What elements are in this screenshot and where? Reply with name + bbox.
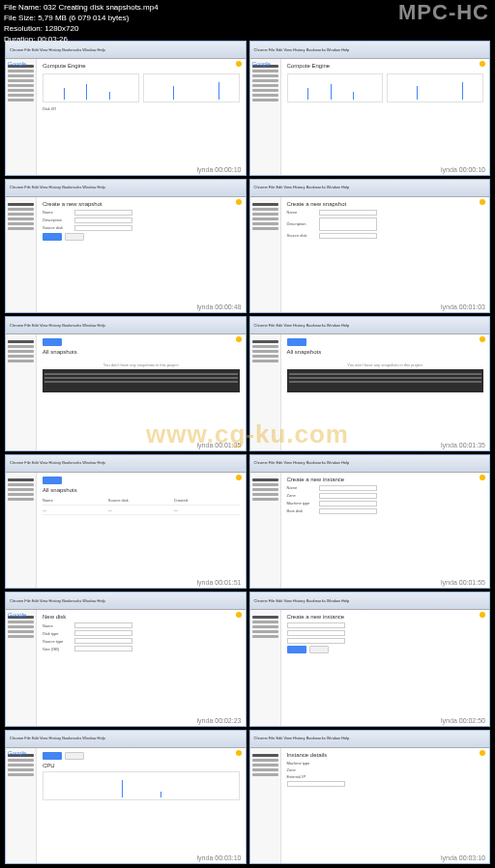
browser-chrome: Chrome File Edit View History Bookmarks … <box>250 42 490 59</box>
thumbnail[interactable]: Chrome File Edit View History Bookmarks … <box>249 592 491 727</box>
activity-panel <box>43 369 240 392</box>
video-metadata: File Name: 032 Creating disk snapshots.m… <box>4 2 159 44</box>
source-select[interactable] <box>74 225 132 231</box>
cloud-sidebar[interactable] <box>250 59 281 175</box>
google-logo: Google <box>8 61 26 67</box>
api-chart <box>387 73 483 102</box>
cpu-chart <box>287 73 384 102</box>
cloud-sidebar[interactable] <box>6 59 37 175</box>
thumbnail[interactable]: Chrome File Edit View History Bookmarks … <box>5 592 247 727</box>
player-app-logo: MPC-HC <box>398 0 489 25</box>
thumbnail[interactable]: Chrome File Edit View History Bookmarks … <box>5 41 247 176</box>
thumbnail[interactable]: Chrome File Edit View History Bookmarks … <box>249 179 491 314</box>
create-button[interactable] <box>43 233 62 241</box>
thumbnail-grid: Chrome File Edit View History Bookmarks … <box>5 41 490 864</box>
thumbnail[interactable]: Chrome File Edit View History Bookmarks … <box>5 179 247 314</box>
thumbnail[interactable]: Chrome File Edit View History Bookmarks … <box>249 730 491 865</box>
page-title: Compute Engine <box>43 63 240 69</box>
cancel-button[interactable] <box>65 233 84 241</box>
page-title: Compute Engine <box>287 63 484 69</box>
google-logo: Google <box>252 61 271 67</box>
thumbnail[interactable]: Chrome File Edit View History Bookmarks … <box>249 454 491 590</box>
timecode: lynda 00:00:10 <box>195 166 244 173</box>
name-input[interactable] <box>74 210 132 216</box>
thumbnail[interactable]: Chrome File Edit View History Bookmarks … <box>5 730 247 865</box>
thumbnail[interactable]: Chrome File Edit View History Bookmarks … <box>5 454 247 590</box>
api-chart <box>143 73 240 102</box>
desc-input[interactable] <box>74 217 132 223</box>
cpu-chart <box>43 771 240 800</box>
new-snapshot-button[interactable] <box>43 338 62 346</box>
thumbnail[interactable]: Chrome File Edit View History Bookmarks … <box>249 41 491 176</box>
create-button[interactable] <box>287 646 306 653</box>
timecode: lynda 00:00:10 <box>439 166 487 173</box>
cpu-chart <box>43 73 139 102</box>
thumbnail[interactable]: Chrome File Edit View History Bookmarks … <box>249 316 491 451</box>
table-row[interactable]: ——— <box>43 506 240 515</box>
thumbnail[interactable]: Chrome File Edit View History Bookmarks … <box>5 316 247 451</box>
table-header: NameSource diskCreated <box>43 496 240 506</box>
